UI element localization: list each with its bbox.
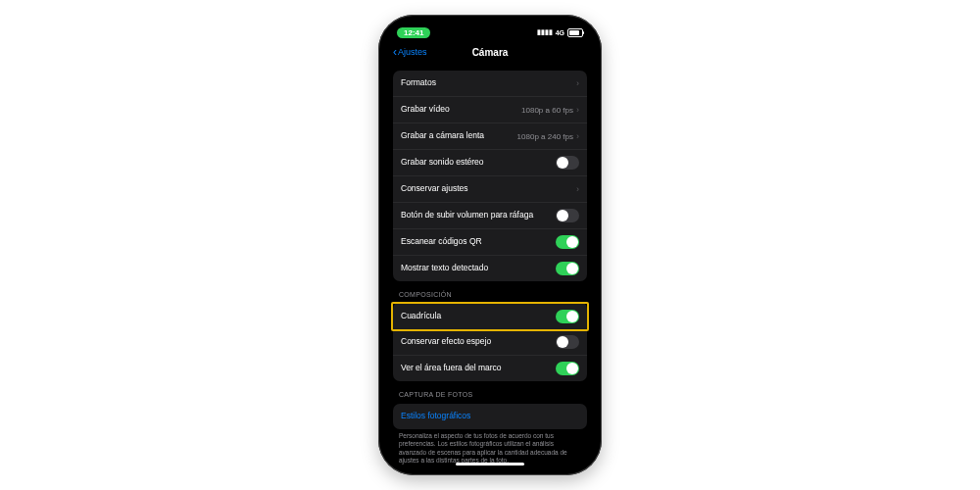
battery-icon	[567, 28, 583, 37]
signal-icon: ▮▮▮▮	[537, 28, 553, 36]
row-label: Ver el área fuera del marco	[401, 364, 556, 373]
group-composicion: Cuadrícula Conservar efecto espejo Ver e…	[393, 302, 587, 381]
row-label: Cuadrícula	[401, 312, 556, 321]
row-label: Grabar a cámara lenta	[401, 131, 517, 141]
row-label: Escanear códigos QR	[401, 237, 556, 247]
group-header-composicion: Composición	[399, 291, 581, 298]
group-main: Formatos › Grabar vídeo 1080p a 60 fps› …	[393, 71, 587, 281]
row-label: Grabar vídeo	[401, 105, 521, 115]
chevron-right-icon: ›	[576, 184, 579, 194]
phone-frame: 12:41 ▮▮▮▮ 4G ‹ Ajustes Cámara Formatos	[378, 15, 602, 475]
nav-bar: ‹ Ajustes Cámara	[385, 41, 595, 63]
back-button[interactable]: ‹ Ajustes	[393, 46, 427, 58]
chevron-right-icon: ›	[576, 131, 579, 141]
row-estilos-fotograficos[interactable]: Estilos fotográficos	[393, 404, 587, 429]
chevron-right-icon: ›	[576, 105, 579, 115]
row-label: Estilos fotográficos	[401, 412, 579, 421]
row-texto-detectado: Mostrar texto detectado	[393, 256, 587, 281]
row-detail: 1080p a 60 fps	[521, 106, 573, 115]
row-label: Grabar sonido estéreo	[401, 158, 556, 168]
chevron-right-icon: ›	[576, 78, 579, 88]
row-efecto-espejo: Conservar efecto espejo	[393, 329, 587, 356]
screen: 12:41 ▮▮▮▮ 4G ‹ Ajustes Cámara Formatos	[385, 22, 595, 468]
row-boton-rafaga: Botón de subir volumen para ráfaga	[393, 203, 587, 229]
group-footer-captura: Personaliza el aspecto de tus fotos de a…	[399, 432, 581, 466]
row-label: Mostrar texto detectado	[401, 264, 556, 273]
back-label: Ajustes	[398, 47, 427, 57]
row-conservar-ajustes[interactable]: Conservar ajustes ›	[393, 176, 587, 203]
toggle-boton-rafaga[interactable]	[556, 209, 579, 222]
row-label: Botón de subir volumen para ráfaga	[401, 211, 556, 220]
row-area-fuera-marco: Ver el área fuera del marco	[393, 356, 587, 381]
row-cuadricula: Cuadrícula	[393, 304, 587, 329]
row-label: Conservar ajustes	[401, 184, 573, 194]
toggle-texto-detectado[interactable]	[556, 262, 579, 275]
row-detail: 1080p a 240 fps	[517, 132, 573, 141]
row-escanear-qr: Escanear códigos QR	[393, 229, 587, 256]
group-captura: Estilos fotográficos	[393, 404, 587, 429]
home-indicator[interactable]	[456, 463, 524, 466]
toggle-sonido-estereo[interactable]	[556, 156, 579, 170]
chevron-left-icon: ‹	[393, 46, 397, 58]
row-grabar-video[interactable]: Grabar vídeo 1080p a 60 fps›	[393, 97, 587, 123]
highlight-box: Cuadrícula	[391, 302, 589, 331]
row-sonido-estereo: Grabar sonido estéreo	[393, 150, 587, 176]
network-label: 4G	[556, 29, 564, 36]
toggle-area-fuera-marco[interactable]	[556, 362, 579, 375]
row-label: Conservar efecto espejo	[401, 337, 556, 347]
toggle-efecto-espejo[interactable]	[556, 335, 579, 349]
notch	[447, 22, 533, 36]
toggle-cuadricula[interactable]	[556, 310, 579, 323]
time-pill: 12:41	[397, 27, 430, 38]
content-scroll[interactable]: Formatos › Grabar vídeo 1080p a 60 fps› …	[385, 65, 595, 468]
page-title: Cámara	[472, 47, 509, 58]
toggle-escanear-qr[interactable]	[556, 235, 579, 249]
row-camara-lenta[interactable]: Grabar a cámara lenta 1080p a 240 fps›	[393, 123, 587, 150]
group-header-captura: Captura de fotos	[399, 391, 581, 398]
status-icons: ▮▮▮▮ 4G	[537, 28, 583, 37]
row-label: Formatos	[401, 78, 573, 88]
row-formatos[interactable]: Formatos ›	[393, 71, 587, 97]
